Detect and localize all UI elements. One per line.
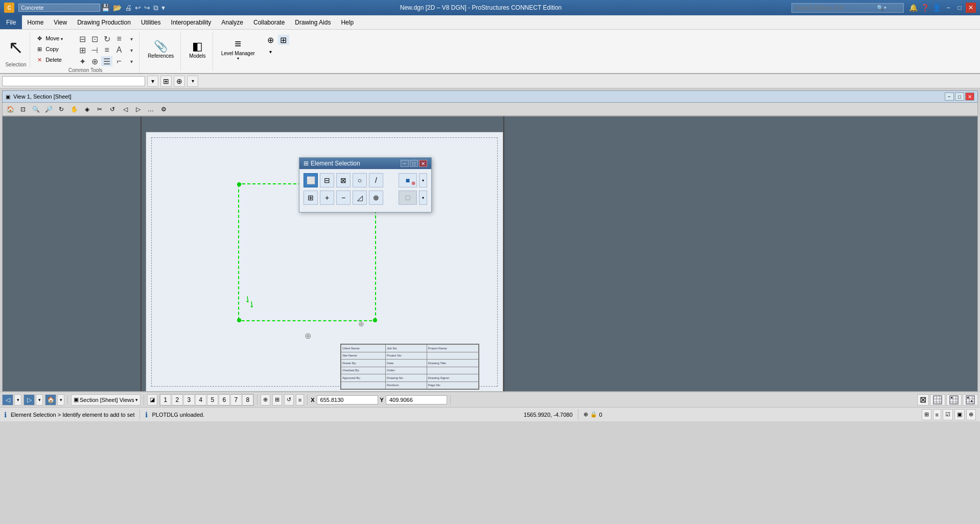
print-icon[interactable]: 🖨 <box>124 4 133 12</box>
save-icon[interactable]: 💾 <box>100 4 111 12</box>
models-button[interactable]: ◧ Models <box>185 34 209 64</box>
restore-button[interactable]: □ <box>954 3 965 13</box>
selection-cursor-icon[interactable]: ↖ <box>8 38 24 57</box>
view-scroll-left[interactable]: ◁ <box>120 104 131 114</box>
nav-back-dropdown[interactable]: ▾ <box>14 394 21 406</box>
view-restore-button[interactable]: □ <box>955 92 964 101</box>
isometric-view-button[interactable]: ⊠ <box>917 394 929 406</box>
grid-view-1-button[interactable] <box>930 394 945 406</box>
select-circle-button[interactable]: ○ <box>353 173 367 187</box>
view-selector-button[interactable]: ▣ Section [Sheet] Views ▾ <box>71 394 141 406</box>
update-sheet-button[interactable]: ◪ <box>147 394 157 406</box>
deselect-dropdown[interactable]: ▾ <box>419 173 427 187</box>
view-controls-button[interactable]: ⊕ <box>174 76 185 87</box>
search-dropdown-icon[interactable]: ▾ <box>884 5 886 10</box>
more-icon[interactable]: ▾ <box>160 4 166 12</box>
dialog-close-button[interactable]: ✕ <box>419 160 427 167</box>
page-7-button[interactable]: 7 <box>230 394 242 406</box>
snap-icon-button[interactable]: ⊕ <box>261 394 270 406</box>
view-render-button[interactable]: ◈ <box>81 104 92 114</box>
handle-bottom-left[interactable] <box>237 318 241 322</box>
view-minimize-button[interactable]: − <box>945 92 954 101</box>
delete-button[interactable]: ✕ Delete <box>34 55 75 65</box>
view-zoom-in-button[interactable]: 🔍 <box>30 104 41 114</box>
view-fit-icon[interactable]: ⊕ <box>265 35 276 45</box>
select-target-button[interactable]: ⊕ <box>369 190 383 205</box>
view-layers-button[interactable]: ≡ <box>296 394 304 406</box>
rotate-icon[interactable]: ↻ <box>101 34 112 44</box>
select-diagonal-button[interactable]: ◿ <box>353 190 367 205</box>
status-btn-5[interactable]: ⊕ <box>966 409 976 420</box>
close-button[interactable]: ✕ <box>966 3 976 13</box>
nav-back-button[interactable]: ◁ <box>2 394 13 406</box>
move-button[interactable]: ✥ Move ▾ <box>34 34 75 43</box>
view-update-button[interactable]: ↺ <box>107 104 118 114</box>
toggle-icon-button[interactable]: ↺ <box>284 394 294 406</box>
nav-forward-dropdown[interactable]: ▾ <box>36 394 43 406</box>
view-extra[interactable]: … <box>145 104 156 114</box>
view-settings[interactable]: ⚙ <box>158 104 169 114</box>
status-btn-4[interactable]: ▣ <box>954 409 965 420</box>
menu-view[interactable]: View <box>49 15 72 29</box>
nav-home-button[interactable]: 🏠 <box>45 394 56 406</box>
view-scroll-right[interactable]: ▷ <box>132 104 144 114</box>
tools-dropdown[interactable]: ▾ <box>126 45 137 55</box>
status-btn-3[interactable]: ☑ <box>943 409 953 420</box>
menu-drawing-production[interactable]: Drawing Production <box>72 15 136 29</box>
open-icon[interactable]: 📂 <box>112 4 123 12</box>
snap2-dropdown[interactable]: ▾ <box>126 56 137 66</box>
properties-dropdown[interactable]: ▾ <box>126 34 137 44</box>
view-clip-button[interactable]: ✂ <box>94 104 105 114</box>
view-home-button[interactable]: 🏠 <box>5 104 16 114</box>
page-6-button[interactable]: 6 <box>219 394 230 406</box>
empty-selection-button[interactable]: □ <box>399 190 417 205</box>
select-block-button[interactable]: ⊟ <box>320 173 334 187</box>
page-3-button[interactable]: 3 <box>183 394 195 406</box>
y-coord-field[interactable] <box>386 395 447 404</box>
select-all-button[interactable]: ⊞ <box>304 190 318 205</box>
place-icon-button[interactable]: ⊞ <box>272 394 282 406</box>
menu-analyze[interactable]: Analyze <box>216 15 248 29</box>
view-selector-dropdown[interactable]: ▾ <box>135 397 138 402</box>
nav-forward-button[interactable]: ▷ <box>24 394 35 406</box>
nav-home-dropdown[interactable]: ▾ <box>57 394 64 406</box>
page-8-button[interactable]: 8 <box>242 394 253 406</box>
status-btn-2[interactable]: ≡ <box>933 409 941 420</box>
array-icon[interactable]: ⊞ <box>77 45 88 55</box>
status-btn-1[interactable]: ⊞ <box>922 409 931 420</box>
notification-icon[interactable]: 🔔 <box>908 4 919 12</box>
menu-interoperability[interactable]: Interoperability <box>166 15 217 29</box>
app-name-input[interactable] <box>18 4 100 12</box>
dropdown-button[interactable]: ▾ <box>147 76 158 87</box>
level-manager-button[interactable]: ≡ Level Manager ▾ <box>218 34 259 64</box>
view-fit-button[interactable]: ⊡ <box>17 104 29 114</box>
handle-bottom-right[interactable] <box>373 318 377 322</box>
snap-icon[interactable]: ✦ <box>77 56 88 66</box>
view-pan-button[interactable]: ✋ <box>68 104 80 114</box>
construction-icon[interactable]: ⊕ <box>89 56 100 66</box>
view-drop-icon[interactable]: ▾ <box>265 46 276 57</box>
deselect-button[interactable]: ■ ⊗ <box>399 173 417 187</box>
view-controls-dropdown[interactable]: ▾ <box>187 76 198 87</box>
text-icon[interactable]: A <box>113 45 125 55</box>
empty-sel-dropdown[interactable]: ▾ <box>419 190 427 205</box>
undo-icon[interactable]: ↩ <box>134 4 142 12</box>
search-icon[interactable]: 🔍 <box>877 5 884 11</box>
transform-icon[interactable]: ⊟ <box>77 34 88 44</box>
dialog-restore-button[interactable]: □ <box>410 160 418 167</box>
dialog-minimize-button[interactable]: − <box>401 160 409 167</box>
x-coord-field[interactable] <box>317 395 378 404</box>
command-input[interactable] <box>2 76 145 86</box>
add-to-set-button[interactable]: + <box>320 190 334 205</box>
highlight-icon[interactable]: ☰ <box>101 56 112 66</box>
align-icon[interactable]: ≡ <box>101 45 112 55</box>
level-manager-dropdown[interactable]: ▾ <box>237 56 239 61</box>
mirror-icon[interactable]: ⊣ <box>89 45 100 55</box>
copy-button[interactable]: ⊞ Copy <box>34 44 75 54</box>
select-polygon-button[interactable]: / <box>369 173 383 187</box>
menu-collaborate[interactable]: Collaborate <box>248 15 290 29</box>
redo-icon[interactable]: ↪ <box>143 4 151 12</box>
snap-tools-button[interactable]: ⊞ <box>160 76 172 87</box>
view-close-button[interactable]: ✕ <box>965 92 974 101</box>
menu-file[interactable]: File <box>0 15 22 29</box>
